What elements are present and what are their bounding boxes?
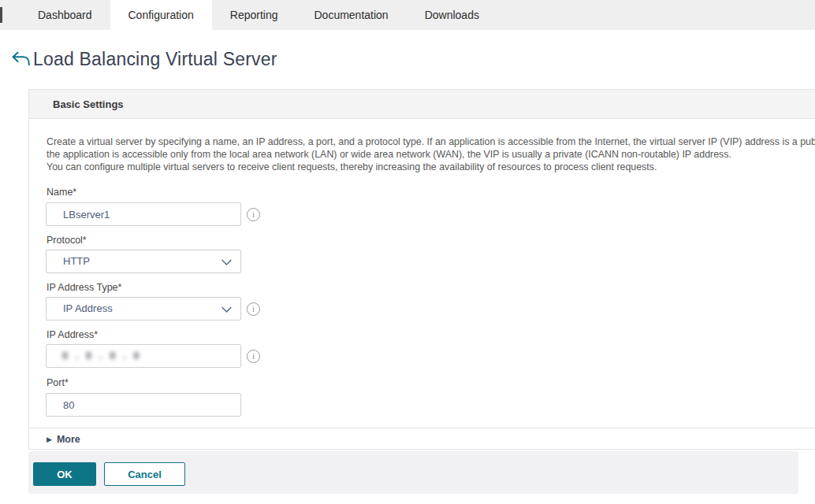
caret-right-icon: ▶ xyxy=(47,435,52,443)
top-navbar: Dashboard Configuration Reporting Docume… xyxy=(0,0,815,30)
panel-body: Create a virtual server by specifying a … xyxy=(29,119,815,449)
panel-description: Create a virtual server by specifying a … xyxy=(47,135,815,174)
more-label: More xyxy=(57,434,80,445)
tab-documentation[interactable]: Documentation xyxy=(296,0,406,30)
back-arrow-icon[interactable] xyxy=(10,50,31,67)
name-info-icon[interactable]: i xyxy=(247,208,260,221)
basic-settings-panel: Basic Settings Create a virtual server b… xyxy=(28,89,815,450)
ok-button[interactable]: OK xyxy=(33,462,96,486)
tab-dashboard[interactable]: Dashboard xyxy=(20,0,110,30)
chevron-down-icon xyxy=(221,258,233,266)
action-footer: OK Cancel xyxy=(28,451,798,494)
name-label: Name* xyxy=(47,187,76,198)
more-expander[interactable]: ▶More xyxy=(29,428,815,449)
ip-address-redacted-value: 0 . 0 . 0 . 0 xyxy=(62,344,141,368)
cancel-button[interactable]: Cancel xyxy=(104,462,185,486)
protocol-value: HTTP xyxy=(63,255,90,267)
protocol-select[interactable]: HTTP xyxy=(46,250,241,273)
panel-header: Basic Settings xyxy=(29,90,815,119)
tab-reporting[interactable]: Reporting xyxy=(212,0,296,30)
protocol-label: Protocol* xyxy=(47,235,87,246)
description-line-3: You can configure multiple virtual serve… xyxy=(47,161,815,173)
menu-icon-partial xyxy=(0,7,2,23)
ip-address-type-info-icon[interactable]: i xyxy=(247,302,260,316)
ip-address-type-value: IP Address xyxy=(63,302,113,314)
description-line-2: the application is accessible only from … xyxy=(47,148,815,161)
description-line-1: Create a virtual server by specifying a … xyxy=(47,135,815,148)
tab-configuration[interactable]: Configuration xyxy=(110,0,212,30)
page-title: Load Balancing Virtual Server xyxy=(33,49,277,70)
ip-address-label: IP Address* xyxy=(47,329,98,340)
ip-address-type-label: IP Address Type* xyxy=(47,282,121,293)
chevron-down-icon xyxy=(221,306,233,313)
tab-downloads[interactable]: Downloads xyxy=(407,0,497,30)
port-input[interactable] xyxy=(46,393,241,417)
ip-address-type-select[interactable]: IP Address xyxy=(46,297,241,321)
name-input[interactable] xyxy=(46,202,241,226)
ip-address-info-icon[interactable]: i xyxy=(247,350,260,363)
port-label: Port* xyxy=(47,377,69,388)
